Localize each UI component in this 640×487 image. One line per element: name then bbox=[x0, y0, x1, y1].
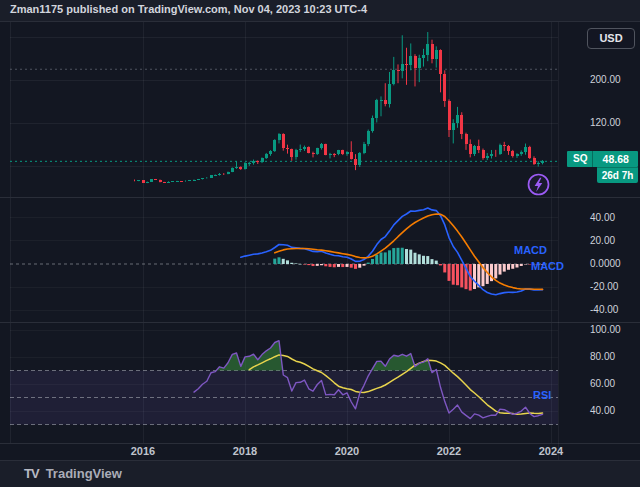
price-axis-label: 200.00 bbox=[590, 74, 621, 86]
last-price-row: SQ 48.68 bbox=[567, 151, 638, 167]
published-chart-snapshot: Zman1175 published on TradingView.com, N… bbox=[0, 0, 640, 487]
time-axis-label: 2024 bbox=[529, 445, 573, 458]
tradingview-wordmark: TradingView bbox=[46, 466, 122, 481]
macd-axis-label: 40.00 bbox=[590, 212, 615, 224]
lightning-icon bbox=[527, 173, 550, 196]
macd-axis-label: -20.00 bbox=[590, 281, 618, 293]
macd-annotation-label: MACD bbox=[531, 260, 564, 272]
price-axis-label: 120.00 bbox=[590, 117, 621, 129]
last-price-value: 48.68 bbox=[593, 151, 638, 167]
time-axis-label: 2022 bbox=[427, 445, 471, 458]
time-scale[interactable] bbox=[0, 443, 558, 461]
currency-toggle-button[interactable]: USD bbox=[587, 28, 635, 49]
last-price-badge: SQ 48.68 26d 7h bbox=[567, 151, 638, 183]
macd-axis-label: 20.00 bbox=[590, 235, 615, 247]
tradingview-attribution[interactable]: TV TradingView bbox=[24, 463, 122, 483]
time-axis-label: 2016 bbox=[121, 445, 165, 458]
boost-button[interactable] bbox=[527, 173, 550, 196]
rsi-annotation-label: RSI bbox=[533, 389, 551, 401]
rsi-axis-label: 100.00 bbox=[590, 324, 621, 336]
macd-annotation-label: MACD bbox=[514, 244, 547, 256]
bar-countdown: 26d 7h bbox=[597, 167, 638, 183]
symbol-label: SQ bbox=[567, 151, 593, 167]
publish-info: Zman1175 published on TradingView.com, N… bbox=[10, 3, 367, 19]
rsi-axis-label: 80.00 bbox=[590, 351, 615, 363]
rsi-axis-label: 60.00 bbox=[590, 378, 615, 390]
rsi-axis-label: 40.00 bbox=[590, 405, 615, 417]
time-axis-label: 2018 bbox=[223, 445, 267, 458]
macd-axis-label: 0.0000 bbox=[590, 258, 621, 270]
time-axis-label: 2020 bbox=[325, 445, 369, 458]
macd-axis-label: -40.00 bbox=[590, 304, 618, 316]
tradingview-logo-icon: TV bbox=[24, 466, 39, 481]
